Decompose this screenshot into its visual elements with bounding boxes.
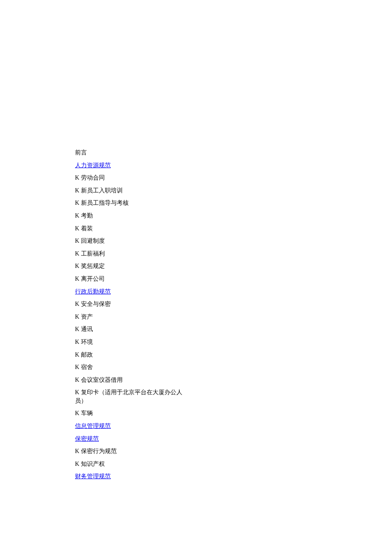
- toc-item: K 着装: [75, 224, 186, 233]
- toc-text: K 宿舍: [75, 364, 93, 370]
- toc-link[interactable]: 财务管理规范: [75, 473, 111, 479]
- toc-item: K 环境: [75, 338, 186, 346]
- toc-item: K 考勤: [75, 212, 186, 220]
- toc-text: K 工薪福利: [75, 250, 105, 257]
- toc-item: K 车辆: [75, 409, 186, 418]
- toc-text: K 知识产权: [75, 461, 105, 467]
- toc-content: 前言 人力资源规范 K 劳动合同 K 新员工入职培训 K 新员工指导与考核 K …: [75, 148, 186, 481]
- toc-text: K 复印卡（适用于北京平台在大厦办公人员）: [75, 389, 182, 404]
- toc-text: K 资产: [75, 314, 93, 320]
- toc-item: K 宿舍: [75, 363, 186, 372]
- toc-item: K 工薪福利: [75, 250, 186, 258]
- toc-link[interactable]: 行政后勤规范: [75, 288, 111, 295]
- toc-item: K 劳动合同: [75, 174, 186, 182]
- toc-item: K 新员工指导与考核: [75, 199, 186, 207]
- toc-text: K 会议室仪器借用: [75, 377, 123, 383]
- toc-item: 行政后勤规范: [75, 288, 186, 296]
- toc-item: 信息管理规范: [75, 422, 186, 430]
- toc-item: K 通讯: [75, 325, 186, 334]
- toc-item: 保密规范: [75, 435, 186, 443]
- toc-item: K 保密行为规范: [75, 447, 186, 456]
- toc-text: K 邮政: [75, 352, 93, 358]
- toc-text: K 环境: [75, 339, 93, 345]
- toc-link[interactable]: 信息管理规范: [75, 423, 111, 429]
- toc-text: K 保密行为规范: [75, 448, 117, 454]
- toc-item: K 离开公司: [75, 275, 186, 283]
- toc-link[interactable]: 保密规范: [75, 436, 99, 442]
- toc-text: K 新员工指导与考核: [75, 200, 129, 206]
- toc-item: K 会议室仪器借用: [75, 376, 186, 384]
- toc-item: 前言: [75, 148, 186, 157]
- toc-item: K 回避制度: [75, 237, 186, 245]
- toc-text: K 安全与保密: [75, 301, 111, 307]
- toc-text: K 回避制度: [75, 238, 105, 244]
- toc-text: K 奖惩规定: [75, 263, 105, 269]
- toc-item: K 知识产权: [75, 460, 186, 468]
- toc-item: 人力资源规范: [75, 161, 186, 170]
- toc-text: K 车辆: [75, 410, 93, 416]
- toc-item: 财务管理规范: [75, 472, 186, 481]
- toc-text: 前言: [75, 149, 87, 156]
- toc-text: K 考勤: [75, 212, 93, 219]
- toc-text: K 离开公司: [75, 276, 105, 282]
- toc-item: K 邮政: [75, 351, 186, 359]
- toc-text: K 劳动合同: [75, 174, 105, 181]
- toc-text: K 着装: [75, 225, 93, 232]
- toc-item: K 奖惩规定: [75, 262, 186, 270]
- toc-text: K 新员工入职培训: [75, 187, 123, 194]
- toc-item: K 复印卡（适用于北京平台在大厦办公人员）: [75, 388, 186, 405]
- toc-item: K 资产: [75, 313, 186, 321]
- toc-text: K 通讯: [75, 326, 93, 332]
- toc-item: K 新员工入职培训: [75, 186, 186, 195]
- toc-item: K 安全与保密: [75, 300, 186, 308]
- toc-link[interactable]: 人力资源规范: [75, 162, 111, 169]
